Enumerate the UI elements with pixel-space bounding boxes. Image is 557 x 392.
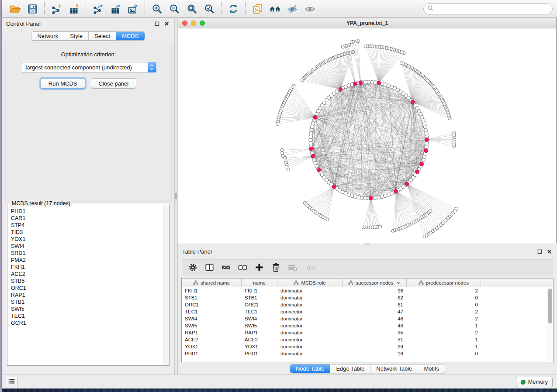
run-mcds-button[interactable]: Run MCDS — [41, 78, 85, 89]
export-image-button[interactable] — [124, 2, 142, 16]
table-row[interactable]: RAP1RAP1dominator352 — [182, 329, 547, 336]
table-row[interactable]: PHD1PHD1dominator180 — [182, 350, 547, 357]
mcds-result-item[interactable]: STB1 — [11, 299, 163, 306]
columns-button[interactable] — [204, 262, 214, 273]
mcds-result-item[interactable]: SWI4 — [11, 243, 163, 250]
table-cell: 35 — [343, 329, 407, 336]
float-panel-icon[interactable] — [153, 20, 160, 27]
mcds-result-item[interactable]: PHD1 — [11, 208, 163, 215]
horizontal-splitter-handle[interactable] — [365, 244, 370, 245]
open-button[interactable] — [6, 2, 24, 16]
column-header-shared-name[interactable]: shared name — [182, 279, 242, 287]
table-row[interactable]: FKH1FKH1dominator962 — [182, 287, 547, 294]
deselect-all-button[interactable] — [237, 262, 248, 273]
tab-style[interactable]: Style — [64, 32, 88, 40]
export-table-button[interactable] — [107, 2, 124, 16]
float-table-panel-icon[interactable] — [536, 248, 543, 255]
table-scrollbar[interactable] — [547, 287, 553, 362]
mcds-result-item[interactable]: YOX1 — [11, 236, 163, 243]
mcds-result-item[interactable]: RAP1 — [11, 292, 163, 299]
export-network-button[interactable] — [89, 2, 107, 16]
zoom-selected-icon — [204, 3, 215, 14]
zoom-fit-button[interactable] — [183, 2, 201, 16]
function-builder-button: f(x) — [304, 262, 318, 273]
select-all-button[interactable] — [221, 262, 231, 273]
criterion-select[interactable]: largest connected component (undirected) — [21, 62, 156, 72]
control-panel-title: Control Panel — [6, 21, 41, 27]
tab-mcds[interactable]: MCDS — [116, 32, 144, 40]
zoom-in-button[interactable] — [148, 2, 166, 16]
memory-button[interactable]: Memory — [516, 377, 553, 387]
table-tab-network-table[interactable]: Network Table — [370, 364, 418, 373]
table-cell: 62 — [343, 294, 407, 301]
mcds-result-item[interactable]: SWI5 — [11, 306, 163, 313]
table-cell: TEC1 — [182, 308, 242, 315]
select-all-icon — [221, 262, 231, 272]
show-button[interactable] — [301, 2, 318, 16]
table-tab-edge-table[interactable]: Edge Table — [330, 364, 370, 373]
column-header-predecessor-nodes[interactable]: predecessor nodes — [407, 279, 481, 287]
table-row[interactable]: YOX1YOX1connector291 — [182, 343, 547, 350]
zoom-selected-button[interactable] — [201, 2, 218, 16]
table-cell: STB1 — [242, 294, 277, 301]
table-row[interactable]: ORC1ORC1dominator610 — [182, 301, 547, 308]
hide-button[interactable] — [284, 2, 301, 16]
table-tab-motifs[interactable]: Motifs — [418, 364, 445, 373]
tab-network[interactable]: Network — [31, 32, 64, 40]
table-body: FKH1FKH1dominator962STB1STB1dominator620… — [182, 287, 547, 362]
column-header-successor-nodes[interactable]: successor nodes — [343, 279, 407, 287]
mcds-result-item[interactable]: PMA2 — [11, 257, 163, 264]
table-scrollbar-thumb[interactable] — [548, 289, 552, 323]
table-cell: PHD1 — [242, 350, 277, 357]
main-toolbar-icons — [6, 2, 318, 16]
table-row[interactable]: SWI4SWI4dominator462 — [182, 315, 547, 322]
mcds-result-item[interactable]: STB5 — [11, 278, 163, 285]
network-titlebar: YPA_prune.txt_1 — [178, 18, 556, 28]
table-row[interactable]: SWI5SWI5connector431 — [182, 322, 547, 329]
column-header-mcds-role[interactable]: MCDS role — [277, 279, 343, 287]
zoom-out-button[interactable] — [166, 2, 183, 16]
import-network-button[interactable] — [48, 2, 65, 16]
table-cell: dominator — [277, 329, 343, 336]
mcds-result-item[interactable]: TEC1 — [11, 313, 163, 320]
function-builder-icon: f(x) — [306, 262, 316, 272]
add-column-button[interactable] — [254, 262, 264, 273]
network-canvas[interactable] — [178, 28, 556, 243]
zoom-in-icon — [151, 3, 163, 14]
status-bar: Memory — [2, 375, 557, 389]
table-row[interactable]: ACE2ACE2connector311 — [182, 336, 547, 343]
save-button[interactable] — [24, 2, 41, 16]
mcds-result-item[interactable]: STP4 — [11, 222, 163, 229]
mcds-result-item[interactable]: CAR1 — [11, 215, 163, 222]
search-input[interactable] — [434, 5, 552, 14]
refresh-button[interactable] — [225, 2, 242, 16]
mcds-result-item[interactable]: ORC1 — [11, 285, 163, 292]
vertical-splitter[interactable] — [174, 18, 178, 375]
table-row[interactable]: STB1STB1dominator620 — [182, 294, 547, 301]
delete-column-button[interactable] — [270, 262, 281, 273]
mcds-result-item[interactable]: FKH1 — [11, 264, 163, 271]
vertical-splitter-handle[interactable] — [175, 193, 177, 199]
table-tab-node-table[interactable]: Node Table — [290, 364, 330, 373]
select-stepper-icon — [148, 62, 156, 72]
mcds-result-item[interactable]: ACE2 — [11, 271, 163, 278]
task-history-button[interactable] — [6, 377, 17, 387]
close-panel-icon[interactable] — [163, 20, 170, 27]
table-row[interactable]: TEC1TEC1connector472 — [182, 308, 547, 315]
neighbors-button[interactable] — [266, 2, 284, 16]
column-header-name[interactable]: name — [242, 279, 277, 287]
gear-button[interactable] — [187, 262, 198, 273]
sort-desc-icon — [396, 282, 401, 284]
import-table-button[interactable] — [65, 2, 83, 16]
neighbors-icon — [269, 3, 281, 14]
gear-icon — [188, 262, 198, 272]
table-cell: SWI5 — [242, 322, 277, 329]
clone-network-button[interactable] — [249, 2, 266, 16]
mcds-result-item[interactable]: GCR1 — [11, 320, 163, 327]
close-panel-button[interactable]: Close panel — [91, 78, 137, 89]
mcds-result-scrollbar[interactable] — [163, 205, 169, 365]
mcds-result-item[interactable]: TID3 — [11, 229, 163, 236]
close-table-panel-icon[interactable] — [546, 248, 553, 255]
mcds-result-item[interactable]: SRD1 — [11, 250, 163, 257]
tab-select[interactable]: Select — [88, 32, 116, 40]
